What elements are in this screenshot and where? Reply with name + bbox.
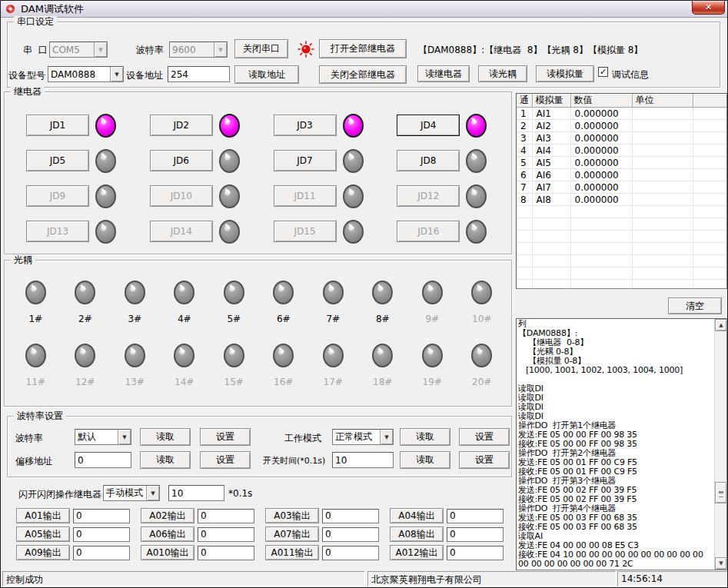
opto-led-indicator bbox=[75, 281, 95, 304]
opto-cell: 1# bbox=[11, 281, 61, 324]
opto-channel-label: 14# bbox=[175, 377, 194, 387]
analog-output-input[interactable] bbox=[447, 509, 504, 523]
table-row[interactable]: 1AI10.000000 bbox=[517, 108, 726, 120]
table-row[interactable] bbox=[517, 255, 726, 267]
analog-output-input[interactable] bbox=[447, 527, 504, 542]
opto-led-indicator bbox=[25, 281, 46, 304]
relay-button[interactable]: JD5 bbox=[26, 150, 89, 171]
analog-output-button[interactable]: A04输出 bbox=[390, 508, 444, 523]
relay-group-title: 继电器 bbox=[11, 86, 45, 97]
analog-output-cell: A04输出 bbox=[390, 507, 514, 525]
table-row[interactable] bbox=[517, 218, 726, 231]
relay-button[interactable]: JD7 bbox=[274, 150, 337, 171]
analog-output-input[interactable] bbox=[73, 546, 130, 560]
analog-output-input[interactable] bbox=[198, 527, 254, 542]
chevron-down-icon: ▼ bbox=[118, 430, 131, 444]
table-row[interactable]: 7AI70.000000 bbox=[517, 181, 726, 194]
device-addr-input[interactable] bbox=[168, 66, 230, 82]
analog-output-button[interactable]: A07输出 bbox=[265, 527, 319, 542]
table-row[interactable] bbox=[517, 243, 726, 255]
baud-set-combo[interactable]: 默认 ▼ bbox=[75, 429, 131, 445]
scroll-down-button[interactable]: ▼ bbox=[715, 557, 727, 570]
relay-cell: JD2 bbox=[136, 108, 260, 143]
close-button[interactable]: ✕ bbox=[692, 1, 725, 15]
work-mode-combo[interactable]: 正常模式 ▼ bbox=[332, 429, 394, 445]
opto-cell: 10# bbox=[457, 281, 507, 324]
analog-output-button[interactable]: A011输出 bbox=[265, 545, 319, 560]
table-column-header[interactable]: 模拟量 bbox=[532, 94, 570, 108]
table-column-header[interactable]: 数值 bbox=[570, 94, 632, 108]
clear-log-button[interactable]: 清空 bbox=[668, 297, 722, 314]
baud-read-button[interactable]: 读取 bbox=[140, 428, 191, 446]
analog-output-input[interactable] bbox=[322, 509, 379, 523]
flash-time-input[interactable] bbox=[168, 485, 224, 501]
baud-set-button[interactable]: 设置 bbox=[200, 428, 251, 446]
table-row[interactable] bbox=[517, 280, 726, 290]
relay-button[interactable]: JD4 bbox=[397, 115, 460, 136]
analog-output-input[interactable] bbox=[447, 546, 504, 560]
opto-channel-label: 11# bbox=[26, 377, 45, 387]
analog-output-cell: A07输出 bbox=[265, 525, 390, 543]
work-mode-set-button[interactable]: 设置 bbox=[459, 428, 510, 446]
relay-button[interactable]: JD6 bbox=[150, 150, 213, 171]
analog-output-button[interactable]: A012输出 bbox=[390, 545, 444, 560]
analog-output-button[interactable]: A03输出 bbox=[265, 508, 319, 523]
table-row[interactable]: 6AI60.000000 bbox=[517, 169, 726, 181]
log-text[interactable]: 列 【DAM0888】: 【继电器 0-8】 【光耦 0-8】 【模拟量 0-8… bbox=[518, 320, 713, 569]
analog-output-input[interactable] bbox=[73, 509, 130, 523]
offset-set-button[interactable]: 设置 bbox=[200, 451, 251, 469]
relay-button[interactable]: JD1 bbox=[26, 115, 89, 136]
analog-output-input[interactable] bbox=[322, 527, 379, 542]
table-row[interactable]: 2AI20.000000 bbox=[517, 120, 726, 132]
scroll-up-button[interactable]: ▲ bbox=[715, 319, 727, 331]
opto-channel-label: 2# bbox=[78, 314, 92, 324]
relay-led-indicator bbox=[95, 220, 116, 244]
table-column-header[interactable] bbox=[693, 94, 726, 108]
analog-output-input[interactable] bbox=[322, 546, 379, 560]
relay-button[interactable]: JD2 bbox=[150, 115, 213, 136]
flash-mode-combo[interactable]: 手动模式 ▼ bbox=[103, 485, 160, 501]
analog-output-button[interactable]: A06输出 bbox=[141, 527, 194, 542]
relay-button[interactable]: JD3 bbox=[274, 115, 337, 136]
close-all-relays-button[interactable]: 关闭全部继电器 bbox=[319, 65, 407, 84]
analog-output-input[interactable] bbox=[198, 546, 254, 560]
table-row[interactable] bbox=[517, 231, 726, 243]
analog-table[interactable]: 通模拟量数值单位 1AI10.0000002AI20.0000003AI30.0… bbox=[516, 93, 727, 289]
read-relays-button[interactable]: 读继电器 bbox=[417, 65, 470, 82]
offset-addr-input[interactable] bbox=[75, 452, 131, 468]
table-row[interactable]: 8AI80.000000 bbox=[517, 194, 726, 206]
analog-output-button[interactable]: A010输出 bbox=[141, 545, 194, 560]
table-column-header[interactable]: 单位 bbox=[632, 94, 693, 108]
debug-info-checkbox[interactable]: ✓ bbox=[598, 67, 608, 77]
switch-time-read-button[interactable]: 读取 bbox=[400, 451, 450, 469]
opto-channel-label: 4# bbox=[178, 314, 191, 324]
opto-group-title: 光耦 bbox=[11, 254, 35, 265]
table-row[interactable]: 4AI40.000000 bbox=[517, 145, 726, 157]
analog-output-input[interactable] bbox=[198, 509, 254, 523]
table-row[interactable]: 5AI50.000000 bbox=[517, 157, 726, 169]
read-addr-button[interactable]: 读取地址 bbox=[234, 65, 299, 84]
analog-output-button[interactable]: A05输出 bbox=[16, 527, 70, 542]
table-row[interactable] bbox=[517, 267, 726, 280]
scrollbar-thumb[interactable] bbox=[715, 482, 727, 503]
table-row[interactable]: 3AI30.000000 bbox=[517, 132, 726, 145]
read-opto-button[interactable]: 读光耦 bbox=[478, 65, 527, 82]
offset-read-button[interactable]: 读取 bbox=[140, 451, 191, 469]
baud-settings-group: 波特率设置 波特率 默认 ▼ 读取 设置 工作模式 正常模式 ▼ 读取 设置 偏… bbox=[7, 416, 512, 477]
switch-time-input[interactable] bbox=[332, 452, 394, 468]
close-serial-button[interactable]: 关闭串口 bbox=[234, 39, 288, 58]
device-model-combo[interactable]: DAM0888 ▼ bbox=[48, 66, 124, 82]
read-analog-button[interactable]: 读模拟量 bbox=[536, 65, 594, 82]
analog-output-button[interactable]: A09输出 bbox=[16, 545, 70, 560]
table-column-header[interactable]: 通 bbox=[517, 94, 532, 108]
analog-output-button[interactable]: A02输出 bbox=[141, 508, 194, 523]
switch-time-set-button[interactable]: 设置 bbox=[459, 451, 510, 469]
open-all-relays-button[interactable]: 打开全部继电器 bbox=[319, 39, 407, 58]
analog-output-input[interactable] bbox=[73, 527, 130, 542]
table-row[interactable] bbox=[517, 206, 726, 218]
analog-output-button[interactable]: A01输出 bbox=[16, 508, 70, 523]
relay-button[interactable]: JD8 bbox=[397, 150, 460, 171]
work-mode-read-button[interactable]: 读取 bbox=[400, 428, 450, 446]
log-scrollbar[interactable]: ▲ ▼ bbox=[714, 319, 726, 570]
analog-output-button[interactable]: A08输出 bbox=[390, 527, 444, 542]
